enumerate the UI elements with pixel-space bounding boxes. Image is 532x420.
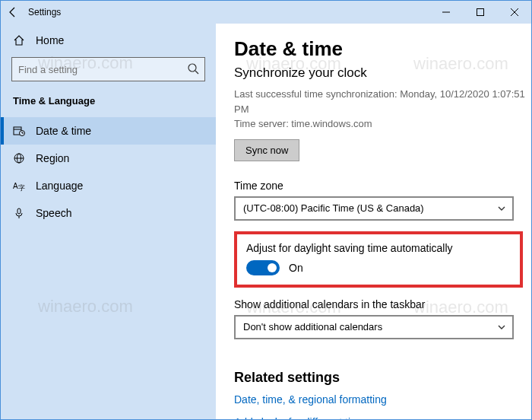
- additional-calendars-value: Don't show additional calendars: [243, 321, 382, 332]
- sync-now-button[interactable]: Sync now: [234, 139, 299, 161]
- dst-label: Adjust for daylight saving time automati…: [246, 242, 511, 254]
- close-button[interactable]: [497, 1, 531, 24]
- dst-toggle[interactable]: [246, 260, 280, 275]
- sidebar-item-label: Language: [36, 180, 83, 192]
- minimize-button[interactable]: [429, 1, 463, 24]
- window-title: Settings: [28, 7, 61, 18]
- home-icon: [13, 34, 25, 46]
- search-input[interactable]: [11, 57, 205, 81]
- home-button[interactable]: Home: [1, 28, 216, 52]
- sync-heading: Synchronize your clock: [234, 65, 527, 81]
- sidebar: Home Time & Language Date & time: [1, 24, 216, 419]
- back-icon[interactable]: [7, 6, 19, 18]
- dst-state: On: [289, 262, 303, 274]
- microphone-icon: [13, 207, 25, 219]
- time-server-text: Time server: time.windows.com: [234, 116, 527, 132]
- sidebar-item-language[interactable]: A字 Language: [1, 172, 216, 199]
- link-regional-formatting[interactable]: Date, time, & regional formatting: [234, 393, 527, 406]
- home-label: Home: [36, 34, 64, 46]
- sidebar-item-speech[interactable]: Speech: [1, 199, 216, 227]
- timezone-value: (UTC-08:00) Pacific Time (US & Canada): [243, 202, 424, 214]
- sidebar-item-label: Date & time: [36, 125, 91, 137]
- page-title: Date & time: [234, 37, 527, 61]
- language-icon: A字: [13, 180, 25, 192]
- maximize-button[interactable]: [463, 1, 497, 24]
- link-add-clocks[interactable]: Add clocks for different time zones: [234, 416, 527, 420]
- dst-highlight-box: Adjust for daylight saving time automati…: [234, 231, 523, 288]
- last-sync-text: Last successful time synchronization: Mo…: [234, 87, 527, 116]
- calendar-clock-icon: [13, 125, 25, 137]
- svg-text:A: A: [13, 182, 18, 190]
- search-icon[interactable]: [187, 62, 199, 75]
- additional-calendars-label: Show additional calendars in the taskbar: [234, 298, 527, 310]
- main-content: Date & time Synchronize your clock Last …: [216, 24, 531, 419]
- sidebar-item-label: Speech: [36, 207, 71, 219]
- category-header: Time & Language: [1, 92, 216, 117]
- titlebar: Settings: [1, 1, 531, 24]
- svg-rect-16: [17, 208, 21, 214]
- timezone-label: Time zone: [234, 180, 527, 192]
- toggle-knob: [268, 263, 277, 272]
- sidebar-item-region[interactable]: Region: [1, 145, 216, 172]
- related-settings-heading: Related settings: [234, 370, 527, 386]
- sidebar-item-label: Region: [36, 152, 69, 164]
- svg-point-4: [188, 64, 196, 72]
- svg-text:字: 字: [18, 184, 25, 192]
- chevron-down-icon: [497, 323, 506, 332]
- globe-icon: [13, 152, 25, 164]
- settings-window: Settings Home: [0, 0, 532, 420]
- sidebar-item-date-time[interactable]: Date & time: [1, 117, 216, 145]
- timezone-select[interactable]: (UTC-08:00) Pacific Time (US & Canada): [234, 196, 514, 221]
- svg-rect-1: [477, 9, 483, 16]
- additional-calendars-select[interactable]: Don't show additional calendars: [234, 315, 514, 339]
- svg-line-5: [195, 71, 198, 74]
- chevron-down-icon: [497, 204, 506, 213]
